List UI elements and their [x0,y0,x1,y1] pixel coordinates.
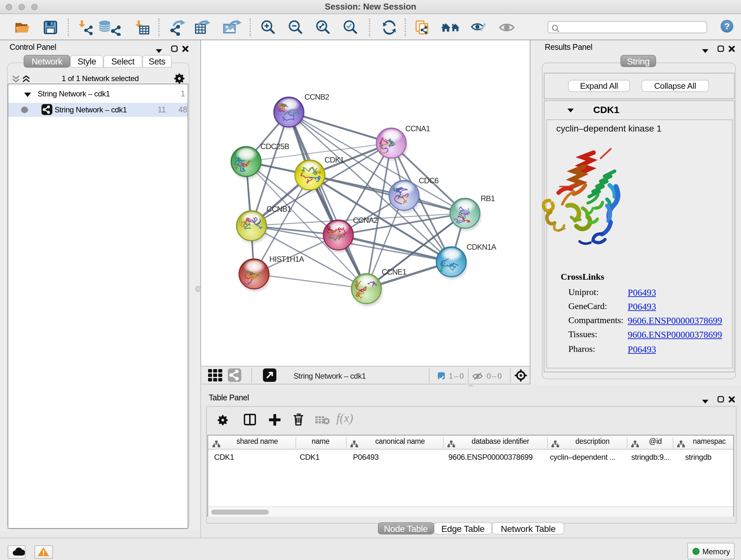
svg-text:CCNA2: CCNA2 [353,215,378,224]
svg-text:CDKN1A: CDKN1A [467,242,496,251]
svg-text:CDC6: CDC6 [419,176,439,185]
svg-text:CCNA1: CCNA1 [405,124,430,132]
svg-text:CCNE1: CCNE1 [382,267,407,276]
svg-text:CDK1: CDK1 [325,155,344,164]
svg-text:HIST1H1A: HIST1H1A [269,254,304,263]
svg-text:CDC25B: CDC25B [260,142,289,150]
svg-text:RB1: RB1 [481,194,495,202]
svg-text:CCNB2: CCNB2 [305,92,329,101]
svg-text:CCNB1: CCNB1 [266,204,291,213]
